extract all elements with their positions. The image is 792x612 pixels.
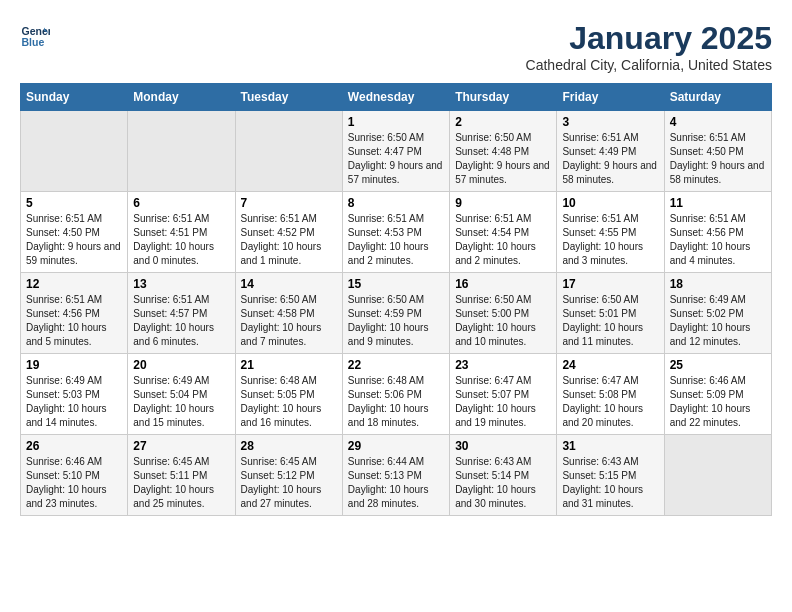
day-info: Sunrise: 6:50 AMSunset: 5:01 PMDaylight:… (562, 293, 658, 349)
day-info: Sunrise: 6:45 AMSunset: 5:12 PMDaylight:… (241, 455, 337, 511)
day-number: 1 (348, 115, 444, 129)
calendar-cell: 28Sunrise: 6:45 AMSunset: 5:12 PMDayligh… (235, 435, 342, 516)
calendar-cell: 18Sunrise: 6:49 AMSunset: 5:02 PMDayligh… (664, 273, 771, 354)
calendar-cell: 5Sunrise: 6:51 AMSunset: 4:50 PMDaylight… (21, 192, 128, 273)
day-number: 18 (670, 277, 766, 291)
calendar-cell: 25Sunrise: 6:46 AMSunset: 5:09 PMDayligh… (664, 354, 771, 435)
title-block: January 2025 Cathedral City, California,… (526, 20, 772, 73)
calendar-cell (128, 111, 235, 192)
day-info: Sunrise: 6:51 AMSunset: 4:56 PMDaylight:… (26, 293, 122, 349)
weekday-header: Sunday (21, 84, 128, 111)
calendar-week-row: 19Sunrise: 6:49 AMSunset: 5:03 PMDayligh… (21, 354, 772, 435)
calendar-cell: 22Sunrise: 6:48 AMSunset: 5:06 PMDayligh… (342, 354, 449, 435)
day-number: 17 (562, 277, 658, 291)
day-info: Sunrise: 6:47 AMSunset: 5:07 PMDaylight:… (455, 374, 551, 430)
day-number: 25 (670, 358, 766, 372)
day-number: 23 (455, 358, 551, 372)
calendar-cell: 3Sunrise: 6:51 AMSunset: 4:49 PMDaylight… (557, 111, 664, 192)
day-info: Sunrise: 6:51 AMSunset: 4:52 PMDaylight:… (241, 212, 337, 268)
calendar-cell: 31Sunrise: 6:43 AMSunset: 5:15 PMDayligh… (557, 435, 664, 516)
day-info: Sunrise: 6:48 AMSunset: 5:05 PMDaylight:… (241, 374, 337, 430)
calendar-table: SundayMondayTuesdayWednesdayThursdayFrid… (20, 83, 772, 516)
page-header: General Blue January 2025 Cathedral City… (20, 20, 772, 73)
day-number: 13 (133, 277, 229, 291)
calendar-cell: 1Sunrise: 6:50 AMSunset: 4:47 PMDaylight… (342, 111, 449, 192)
weekday-header: Wednesday (342, 84, 449, 111)
day-info: Sunrise: 6:51 AMSunset: 4:53 PMDaylight:… (348, 212, 444, 268)
day-info: Sunrise: 6:51 AMSunset: 4:49 PMDaylight:… (562, 131, 658, 187)
calendar-cell: 14Sunrise: 6:50 AMSunset: 4:58 PMDayligh… (235, 273, 342, 354)
day-info: Sunrise: 6:50 AMSunset: 4:59 PMDaylight:… (348, 293, 444, 349)
day-number: 27 (133, 439, 229, 453)
day-number: 28 (241, 439, 337, 453)
day-info: Sunrise: 6:46 AMSunset: 5:09 PMDaylight:… (670, 374, 766, 430)
calendar-cell: 17Sunrise: 6:50 AMSunset: 5:01 PMDayligh… (557, 273, 664, 354)
day-number: 8 (348, 196, 444, 210)
day-number: 30 (455, 439, 551, 453)
day-info: Sunrise: 6:48 AMSunset: 5:06 PMDaylight:… (348, 374, 444, 430)
day-info: Sunrise: 6:49 AMSunset: 5:02 PMDaylight:… (670, 293, 766, 349)
day-number: 16 (455, 277, 551, 291)
day-info: Sunrise: 6:50 AMSunset: 4:48 PMDaylight:… (455, 131, 551, 187)
weekday-header: Monday (128, 84, 235, 111)
calendar-cell: 4Sunrise: 6:51 AMSunset: 4:50 PMDaylight… (664, 111, 771, 192)
day-info: Sunrise: 6:51 AMSunset: 4:57 PMDaylight:… (133, 293, 229, 349)
calendar-cell: 13Sunrise: 6:51 AMSunset: 4:57 PMDayligh… (128, 273, 235, 354)
month-title: January 2025 (526, 20, 772, 57)
day-number: 6 (133, 196, 229, 210)
calendar-cell: 21Sunrise: 6:48 AMSunset: 5:05 PMDayligh… (235, 354, 342, 435)
logo-icon: General Blue (20, 20, 50, 50)
svg-text:Blue: Blue (22, 36, 45, 48)
day-number: 14 (241, 277, 337, 291)
calendar-cell: 20Sunrise: 6:49 AMSunset: 5:04 PMDayligh… (128, 354, 235, 435)
day-info: Sunrise: 6:51 AMSunset: 4:51 PMDaylight:… (133, 212, 229, 268)
day-info: Sunrise: 6:49 AMSunset: 5:03 PMDaylight:… (26, 374, 122, 430)
day-info: Sunrise: 6:50 AMSunset: 5:00 PMDaylight:… (455, 293, 551, 349)
calendar-cell (235, 111, 342, 192)
calendar-cell: 8Sunrise: 6:51 AMSunset: 4:53 PMDaylight… (342, 192, 449, 273)
day-info: Sunrise: 6:45 AMSunset: 5:11 PMDaylight:… (133, 455, 229, 511)
day-number: 15 (348, 277, 444, 291)
day-number: 22 (348, 358, 444, 372)
weekday-header: Tuesday (235, 84, 342, 111)
calendar-cell: 30Sunrise: 6:43 AMSunset: 5:14 PMDayligh… (450, 435, 557, 516)
calendar-cell: 6Sunrise: 6:51 AMSunset: 4:51 PMDaylight… (128, 192, 235, 273)
day-info: Sunrise: 6:51 AMSunset: 4:50 PMDaylight:… (26, 212, 122, 268)
weekday-header-row: SundayMondayTuesdayWednesdayThursdayFrid… (21, 84, 772, 111)
day-info: Sunrise: 6:51 AMSunset: 4:54 PMDaylight:… (455, 212, 551, 268)
day-info: Sunrise: 6:47 AMSunset: 5:08 PMDaylight:… (562, 374, 658, 430)
calendar-cell: 10Sunrise: 6:51 AMSunset: 4:55 PMDayligh… (557, 192, 664, 273)
calendar-cell (664, 435, 771, 516)
calendar-cell: 27Sunrise: 6:45 AMSunset: 5:11 PMDayligh… (128, 435, 235, 516)
calendar-cell (21, 111, 128, 192)
day-number: 7 (241, 196, 337, 210)
calendar-cell: 23Sunrise: 6:47 AMSunset: 5:07 PMDayligh… (450, 354, 557, 435)
calendar-cell: 2Sunrise: 6:50 AMSunset: 4:48 PMDaylight… (450, 111, 557, 192)
day-info: Sunrise: 6:44 AMSunset: 5:13 PMDaylight:… (348, 455, 444, 511)
calendar-cell: 16Sunrise: 6:50 AMSunset: 5:00 PMDayligh… (450, 273, 557, 354)
day-info: Sunrise: 6:49 AMSunset: 5:04 PMDaylight:… (133, 374, 229, 430)
day-number: 3 (562, 115, 658, 129)
calendar-cell: 26Sunrise: 6:46 AMSunset: 5:10 PMDayligh… (21, 435, 128, 516)
calendar-cell: 9Sunrise: 6:51 AMSunset: 4:54 PMDaylight… (450, 192, 557, 273)
day-info: Sunrise: 6:51 AMSunset: 4:50 PMDaylight:… (670, 131, 766, 187)
day-number: 11 (670, 196, 766, 210)
day-number: 4 (670, 115, 766, 129)
logo: General Blue (20, 20, 50, 50)
calendar-cell: 29Sunrise: 6:44 AMSunset: 5:13 PMDayligh… (342, 435, 449, 516)
calendar-cell: 24Sunrise: 6:47 AMSunset: 5:08 PMDayligh… (557, 354, 664, 435)
day-number: 29 (348, 439, 444, 453)
calendar-week-row: 12Sunrise: 6:51 AMSunset: 4:56 PMDayligh… (21, 273, 772, 354)
location: Cathedral City, California, United State… (526, 57, 772, 73)
day-info: Sunrise: 6:50 AMSunset: 4:58 PMDaylight:… (241, 293, 337, 349)
calendar-week-row: 5Sunrise: 6:51 AMSunset: 4:50 PMDaylight… (21, 192, 772, 273)
weekday-header: Thursday (450, 84, 557, 111)
day-number: 2 (455, 115, 551, 129)
day-number: 19 (26, 358, 122, 372)
day-info: Sunrise: 6:43 AMSunset: 5:14 PMDaylight:… (455, 455, 551, 511)
calendar-cell: 11Sunrise: 6:51 AMSunset: 4:56 PMDayligh… (664, 192, 771, 273)
day-number: 24 (562, 358, 658, 372)
calendar-cell: 19Sunrise: 6:49 AMSunset: 5:03 PMDayligh… (21, 354, 128, 435)
day-number: 21 (241, 358, 337, 372)
weekday-header: Saturday (664, 84, 771, 111)
